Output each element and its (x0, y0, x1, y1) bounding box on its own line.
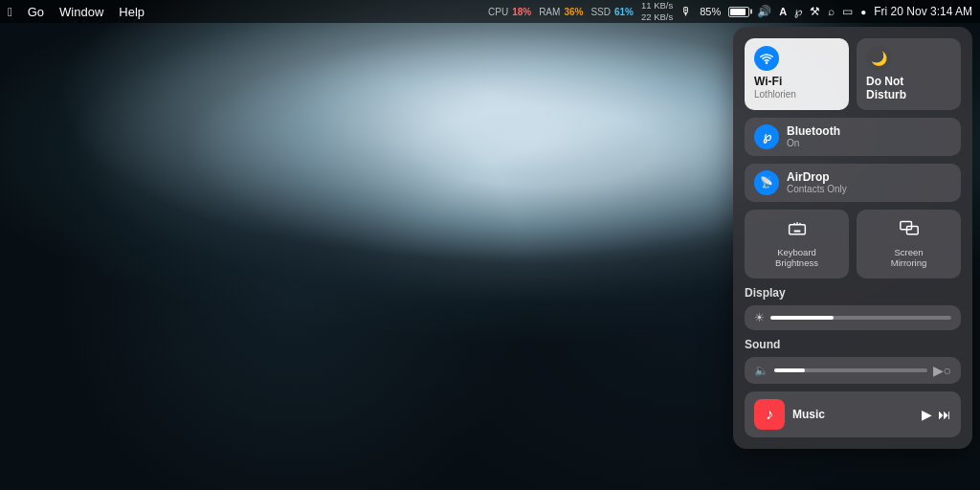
airdrop-tile[interactable]: 📡 AirDrop Contacts Only (745, 164, 961, 202)
menubar-right: CPU 18% RAM 36% SSD 61% 11 KB/s 22 KB/s … (488, 0, 972, 23)
keyboard-brightness-label: Keyboard Brightness (775, 247, 818, 269)
cc-row-1: Wi-Fi Lothlorien 🌙 Do Not Disturb (745, 38, 961, 110)
brightness-low-icon: ☀ (754, 311, 765, 324)
airdrop-label: AirDrop (787, 170, 847, 184)
display-section-label: Display (745, 286, 961, 300)
ram-value: 36% (564, 7, 583, 17)
wifi-tile-icon (754, 46, 779, 71)
volume-low-icon: 🔈 (754, 364, 768, 377)
play-button[interactable]: ▶ (922, 407, 932, 422)
screen-mirroring-icon (900, 219, 919, 243)
battery-widget[interactable] (728, 7, 749, 17)
network-stats: 11 KB/s 22 KB/s (641, 0, 673, 23)
do-not-disturb-icon: 🌙 (866, 46, 891, 71)
battery-bar (728, 7, 749, 17)
airplay-icon[interactable]: ▶○ (933, 363, 951, 378)
window-menu[interactable]: Window (59, 5, 103, 19)
music-app-icon: ♪ (754, 399, 785, 430)
control-center-panel: Wi-Fi Lothlorien 🌙 Do Not Disturb ℘ Blue… (733, 27, 972, 449)
sound-section-label: Sound (745, 338, 961, 351)
bluetooth-label: Bluetooth (787, 124, 840, 138)
brightness-slider[interactable] (770, 316, 951, 320)
cast-icon[interactable]: ▭ (842, 5, 853, 18)
bluetooth-tile[interactable]: ℘ Bluetooth On (745, 118, 961, 156)
wifi-tile[interactable]: Wi-Fi Lothlorien (745, 38, 849, 110)
brightness-fill (770, 316, 834, 320)
battery-percent: 85% (700, 6, 721, 17)
keyboard-icon[interactable]: A (779, 6, 787, 17)
go-menu[interactable]: Go (28, 5, 44, 19)
volume-fill (774, 368, 805, 372)
notch-icon[interactable]: ● (860, 7, 866, 17)
keyboard-brightness-tile[interactable]: Keyboard Brightness (745, 210, 849, 278)
menubar-left:  Go Window Help (8, 5, 145, 19)
airdrop-sublabel: Contacts Only (787, 184, 847, 194)
clock: Fri 20 Nov 3:14 AM (874, 5, 972, 18)
bluetooth-sublabel: On (787, 138, 840, 148)
ssd-label: SSD (590, 7, 611, 17)
svg-line-9 (799, 223, 800, 224)
wifi-menubar-icon[interactable]: ⚒ (810, 5, 820, 18)
svg-rect-10 (900, 221, 911, 229)
search-icon[interactable]: ⌕ (828, 5, 835, 18)
ssd-stats: SSD 61% (590, 7, 634, 17)
ssd-value: 61% (614, 7, 634, 17)
bluetooth-text: Bluetooth On (787, 124, 840, 148)
screen-mirroring-tile[interactable]: Screen Mirroring (857, 210, 961, 278)
svg-point-0 (766, 62, 767, 63)
volume-icon[interactable]: 🔊 (757, 5, 771, 18)
forward-button[interactable]: ⏭ (938, 407, 951, 422)
dnd-label2: Disturb (866, 88, 951, 101)
sound-section: Sound 🔈 ▶○ (745, 338, 961, 384)
wifi-sublabel: Lothlorien (754, 89, 839, 100)
dnd-label: Do Not (866, 75, 951, 88)
screen-mirroring-label: Screen Mirroring (891, 247, 926, 269)
wifi-label: Wi-Fi (754, 75, 839, 88)
music-label: Music (792, 408, 914, 421)
bluetooth-menubar-icon[interactable]: ℘ (794, 5, 802, 18)
battery-fill (730, 9, 745, 15)
airdrop-text: AirDrop Contacts Only (787, 170, 847, 194)
music-controls: ▶ ⏭ (922, 407, 951, 422)
svg-rect-11 (906, 226, 918, 234)
svg-line-8 (793, 223, 794, 224)
cpu-value: 18% (512, 7, 531, 17)
menubar:  Go Window Help CPU 18% RAM 36% SSD 61%… (0, 0, 980, 23)
brightness-slider-row[interactable]: ☀ (745, 305, 961, 330)
volume-slider[interactable] (774, 368, 927, 372)
do-not-disturb-tile[interactable]: 🌙 Do Not Disturb (857, 38, 961, 110)
apple-menu[interactable]:  (8, 5, 12, 19)
net-down: 22 KB/s (641, 11, 673, 23)
bluetooth-icon: ℘ (754, 124, 779, 149)
microphone-icon[interactable]: 🎙 (680, 5, 692, 18)
keyboard-brightness-icon (788, 219, 807, 243)
ram-stats: RAM 36% (539, 7, 583, 17)
cc-row-2: Keyboard Brightness Screen Mirroring (745, 210, 961, 278)
display-section: Display ☀ (745, 286, 961, 330)
airdrop-icon: 📡 (754, 170, 779, 195)
help-menu[interactable]: Help (119, 5, 145, 19)
volume-slider-row[interactable]: 🔈 ▶○ (745, 357, 961, 384)
svg-rect-1 (789, 225, 805, 234)
music-tile[interactable]: ♪ Music ▶ ⏭ (745, 391, 961, 437)
net-up: 11 KB/s (641, 0, 673, 11)
ram-label: RAM (539, 7, 560, 17)
cpu-label: CPU (488, 7, 508, 17)
cpu-stats: CPU 18% (488, 7, 531, 17)
